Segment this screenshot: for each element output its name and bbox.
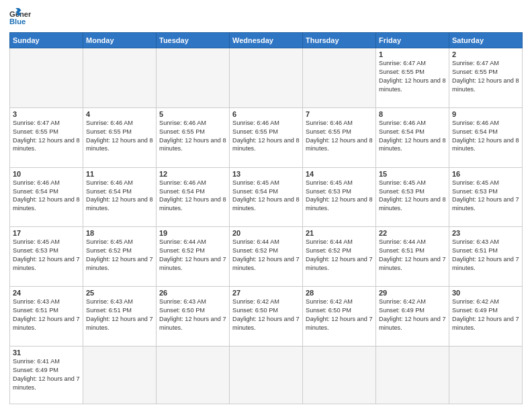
logo-icon: General Blue	[9, 8, 31, 27]
day-number: 7	[306, 110, 373, 118]
day-info: Sunrise: 6:46 AM Sunset: 6:54 PM Dayligh…	[86, 179, 153, 214]
calendar-cell: 25Sunrise: 6:43 AM Sunset: 6:51 PM Dayli…	[83, 287, 157, 347]
calendar-cell: 27Sunrise: 6:42 AM Sunset: 6:50 PM Dayli…	[230, 287, 303, 347]
day-info: Sunrise: 6:46 AM Sunset: 6:54 PM Dayligh…	[159, 179, 226, 214]
calendar-cell: 30Sunrise: 6:42 AM Sunset: 6:49 PM Dayli…	[449, 287, 523, 347]
calendar-cell	[449, 347, 523, 404]
calendar-cell: 24Sunrise: 6:43 AM Sunset: 6:51 PM Dayli…	[10, 287, 83, 347]
calendar-cell: 1Sunrise: 6:47 AM Sunset: 6:55 PM Daylig…	[376, 48, 449, 108]
day-number: 6	[232, 110, 300, 118]
day-number: 25	[86, 289, 153, 297]
calendar-cell	[83, 347, 157, 404]
weekday-header-thursday: Thursday	[303, 33, 376, 48]
day-info: Sunrise: 6:46 AM Sunset: 6:54 PM Dayligh…	[452, 119, 519, 154]
day-number: 11	[86, 170, 153, 178]
day-number: 8	[379, 110, 446, 118]
calendar-week-4: 17Sunrise: 6:45 AM Sunset: 6:53 PM Dayli…	[10, 227, 523, 287]
day-info: Sunrise: 6:43 AM Sunset: 6:51 PM Dayligh…	[13, 298, 80, 332]
weekday-header-tuesday: Tuesday	[157, 33, 230, 48]
page: General Blue SundayMondayTuesdayWednesda…	[0, 0, 532, 411]
calendar-body: 1Sunrise: 6:47 AM Sunset: 6:55 PM Daylig…	[10, 48, 523, 404]
weekday-header-monday: Monday	[83, 33, 157, 48]
day-info: Sunrise: 6:46 AM Sunset: 6:55 PM Dayligh…	[86, 119, 153, 154]
day-info: Sunrise: 6:43 AM Sunset: 6:51 PM Dayligh…	[86, 298, 153, 332]
day-info: Sunrise: 6:45 AM Sunset: 6:53 PM Dayligh…	[452, 179, 519, 214]
day-number: 15	[379, 170, 446, 178]
day-number: 2	[452, 50, 519, 58]
calendar-cell: 20Sunrise: 6:44 AM Sunset: 6:52 PM Dayli…	[230, 227, 303, 287]
calendar-week-5: 24Sunrise: 6:43 AM Sunset: 6:51 PM Dayli…	[10, 287, 523, 347]
day-info: Sunrise: 6:44 AM Sunset: 6:52 PM Dayligh…	[232, 238, 300, 273]
calendar-cell: 16Sunrise: 6:45 AM Sunset: 6:53 PM Dayli…	[449, 167, 523, 227]
calendar-cell	[157, 48, 230, 108]
day-info: Sunrise: 6:47 AM Sunset: 6:55 PM Dayligh…	[452, 59, 519, 94]
day-info: Sunrise: 6:46 AM Sunset: 6:55 PM Dayligh…	[159, 119, 226, 154]
calendar-cell	[10, 48, 83, 108]
calendar-cell: 10Sunrise: 6:46 AM Sunset: 6:54 PM Dayli…	[10, 167, 83, 227]
day-info: Sunrise: 6:45 AM Sunset: 6:53 PM Dayligh…	[379, 179, 446, 214]
day-number: 30	[452, 289, 519, 297]
weekday-header-sunday: Sunday	[10, 33, 83, 48]
day-number: 29	[379, 289, 446, 297]
calendar-cell: 9Sunrise: 6:46 AM Sunset: 6:54 PM Daylig…	[449, 107, 523, 167]
calendar-cell: 23Sunrise: 6:43 AM Sunset: 6:51 PM Dayli…	[449, 227, 523, 287]
day-info: Sunrise: 6:47 AM Sunset: 6:55 PM Dayligh…	[379, 59, 446, 94]
day-info: Sunrise: 6:42 AM Sunset: 6:50 PM Dayligh…	[306, 298, 373, 332]
day-info: Sunrise: 6:46 AM Sunset: 6:55 PM Dayligh…	[306, 119, 373, 154]
day-info: Sunrise: 6:43 AM Sunset: 6:51 PM Dayligh…	[452, 238, 519, 273]
day-number: 13	[232, 170, 300, 178]
day-number: 16	[452, 170, 519, 178]
day-info: Sunrise: 6:44 AM Sunset: 6:52 PM Dayligh…	[159, 238, 226, 273]
calendar-cell: 3Sunrise: 6:47 AM Sunset: 6:55 PM Daylig…	[10, 107, 83, 167]
calendar-cell: 13Sunrise: 6:45 AM Sunset: 6:54 PM Dayli…	[230, 167, 303, 227]
calendar-cell: 8Sunrise: 6:46 AM Sunset: 6:54 PM Daylig…	[376, 107, 449, 167]
calendar-cell	[303, 347, 376, 404]
day-info: Sunrise: 6:46 AM Sunset: 6:54 PM Dayligh…	[13, 179, 80, 214]
calendar-cell: 18Sunrise: 6:45 AM Sunset: 6:52 PM Dayli…	[83, 227, 157, 287]
calendar-cell: 15Sunrise: 6:45 AM Sunset: 6:53 PM Dayli…	[376, 167, 449, 227]
header: General Blue	[9, 8, 523, 27]
day-number: 3	[13, 110, 80, 118]
calendar-cell: 22Sunrise: 6:44 AM Sunset: 6:51 PM Dayli…	[376, 227, 449, 287]
day-info: Sunrise: 6:42 AM Sunset: 6:49 PM Dayligh…	[452, 298, 519, 332]
day-info: Sunrise: 6:42 AM Sunset: 6:50 PM Dayligh…	[232, 298, 300, 332]
day-number: 19	[159, 229, 226, 237]
day-info: Sunrise: 6:41 AM Sunset: 6:49 PM Dayligh…	[13, 357, 80, 392]
day-number: 14	[306, 170, 373, 178]
calendar-cell	[83, 48, 157, 108]
calendar-cell	[376, 347, 449, 404]
day-number: 1	[379, 50, 446, 58]
day-number: 24	[13, 289, 80, 297]
day-number: 4	[86, 110, 153, 118]
day-info: Sunrise: 6:45 AM Sunset: 6:54 PM Dayligh…	[232, 179, 300, 214]
day-number: 12	[159, 170, 226, 178]
calendar-cell	[157, 347, 230, 404]
weekday-header-wednesday: Wednesday	[230, 33, 303, 48]
day-info: Sunrise: 6:45 AM Sunset: 6:53 PM Dayligh…	[306, 179, 373, 214]
weekday-row: SundayMondayTuesdayWednesdayThursdayFrid…	[10, 33, 523, 48]
svg-text:Blue: Blue	[9, 17, 26, 26]
day-info: Sunrise: 6:45 AM Sunset: 6:52 PM Dayligh…	[86, 238, 153, 273]
calendar-cell: 29Sunrise: 6:42 AM Sunset: 6:49 PM Dayli…	[376, 287, 449, 347]
day-number: 20	[232, 229, 300, 237]
calendar-week-6: 31Sunrise: 6:41 AM Sunset: 6:49 PM Dayli…	[10, 347, 523, 404]
calendar-cell: 17Sunrise: 6:45 AM Sunset: 6:53 PM Dayli…	[10, 227, 83, 287]
calendar-cell: 11Sunrise: 6:46 AM Sunset: 6:54 PM Dayli…	[83, 167, 157, 227]
calendar-cell	[230, 347, 303, 404]
calendar-cell: 2Sunrise: 6:47 AM Sunset: 6:55 PM Daylig…	[449, 48, 523, 108]
day-number: 26	[159, 289, 226, 297]
calendar-week-3: 10Sunrise: 6:46 AM Sunset: 6:54 PM Dayli…	[10, 167, 523, 227]
weekday-header-saturday: Saturday	[449, 33, 523, 48]
calendar-cell: 14Sunrise: 6:45 AM Sunset: 6:53 PM Dayli…	[303, 167, 376, 227]
day-info: Sunrise: 6:47 AM Sunset: 6:55 PM Dayligh…	[13, 119, 80, 154]
calendar-cell: 26Sunrise: 6:43 AM Sunset: 6:50 PM Dayli…	[157, 287, 230, 347]
day-number: 5	[159, 110, 226, 118]
day-info: Sunrise: 6:46 AM Sunset: 6:55 PM Dayligh…	[232, 119, 300, 154]
day-number: 17	[13, 229, 80, 237]
calendar-cell	[303, 48, 376, 108]
day-info: Sunrise: 6:44 AM Sunset: 6:51 PM Dayligh…	[379, 238, 446, 273]
day-number: 28	[306, 289, 373, 297]
day-info: Sunrise: 6:43 AM Sunset: 6:50 PM Dayligh…	[159, 298, 226, 332]
calendar-cell: 4Sunrise: 6:46 AM Sunset: 6:55 PM Daylig…	[83, 107, 157, 167]
day-info: Sunrise: 6:42 AM Sunset: 6:49 PM Dayligh…	[379, 298, 446, 332]
